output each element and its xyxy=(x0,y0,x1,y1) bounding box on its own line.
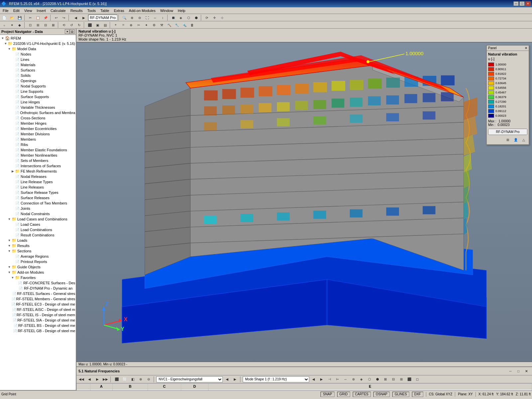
menu-item-extras[interactable]: Extras xyxy=(112,8,126,13)
tree-item-materials[interactable]: 📄Materials xyxy=(0,62,76,67)
bt-mode-last[interactable]: ⊢ xyxy=(334,376,341,383)
tb-icon3[interactable]: 🔍 xyxy=(121,14,128,21)
tb2-icon7[interactable]: ⊠ xyxy=(50,22,57,28)
tb-icon4[interactable]: ⊕ xyxy=(128,14,136,21)
tree-item-cross-sections[interactable]: 📄Cross-Sections xyxy=(0,115,76,121)
open-btn[interactable]: 📂 xyxy=(8,14,16,21)
undo-btn[interactable]: ↩ xyxy=(53,14,60,21)
tree-item-openings[interactable]: 📄Openings xyxy=(0,78,76,83)
bt-icon-extra1[interactable]: ↔ xyxy=(342,376,349,383)
bt-icon9[interactable]: ⊖ xyxy=(145,376,152,383)
tb2-icon3[interactable]: ◆ xyxy=(16,22,23,28)
menu-item-calculate[interactable]: Calculate xyxy=(49,8,68,13)
tree-item-surfaces[interactable]: 📄Surfaces xyxy=(0,67,76,73)
tree-item-nodal-releases[interactable]: 📄Nodal Releases xyxy=(0,174,76,179)
tree-item-members[interactable]: 📄Members xyxy=(0,137,76,142)
tree-item-model-data[interactable]: ▼📁Model Data xyxy=(0,46,76,52)
nvc-dropdown[interactable]: NVC1 - Eigenschwingungsfall xyxy=(156,376,223,382)
cp-person-btn[interactable]: 👤 xyxy=(512,136,519,143)
tree-item-surface-supports[interactable]: 📄Surface Supports xyxy=(0,94,76,99)
menu-item-results[interactable]: Results xyxy=(68,8,85,13)
maximize-btn[interactable]: □ xyxy=(519,1,525,6)
bt-icon-extra6[interactable]: ⊠ xyxy=(382,376,389,383)
tree-item-results[interactable]: ▼📁Results xyxy=(0,243,76,248)
bt-icon8[interactable]: ⊕ xyxy=(137,376,144,383)
tb-icon9[interactable]: 🔳 xyxy=(170,14,177,21)
tb-icon1[interactable]: ◀ xyxy=(72,14,79,21)
menu-item-insert[interactable]: Insert xyxy=(35,8,48,13)
tree-item-surface-release-types[interactable]: 📄Surface Release Types xyxy=(0,190,76,195)
menu-item-file[interactable]: File xyxy=(1,8,11,13)
tb2-icon6[interactable]: ⊟ xyxy=(42,22,49,28)
bh-btn3[interactable]: ✕ xyxy=(523,368,530,374)
viewport-canvas[interactable]: X Y Z 1.00000 xyxy=(76,42,532,362)
snap-btn[interactable]: SNAP xyxy=(321,392,334,397)
tree-item-rf-steel-surfaces[interactable]: 📄RF-STEEL Surfaces - General stres xyxy=(0,291,76,296)
tree-item-load-combinations[interactable]: 📄Load Combinations xyxy=(0,227,76,232)
tree-item-nodal-supports[interactable]: 📄Nodal Supports xyxy=(0,83,76,89)
menu-item-help[interactable]: Help xyxy=(176,8,188,13)
tree-item-load-cases-comb[interactable]: ▼📁Load Cases and Combinations xyxy=(0,216,76,222)
bt-icon-extra5[interactable]: ⬢ xyxy=(374,376,381,383)
bt-arrow-left[interactable]: ◀ xyxy=(223,376,231,383)
new-btn[interactable]: 📄 xyxy=(1,14,8,21)
tree-item-guide-objects[interactable]: ▼📁Guide Objects xyxy=(0,264,76,270)
bt-icon-extra10[interactable]: ◻ xyxy=(414,376,421,383)
tree-item-line-releases[interactable]: 📄Line Releases xyxy=(0,185,76,190)
bt-icon5[interactable]: ⬛ xyxy=(113,376,120,383)
bt-mode-first[interactable]: ⊣ xyxy=(326,376,333,383)
tree-item-add-on-modules[interactable]: ▼📁Add-on Modules xyxy=(0,270,76,275)
tree-item-nodes[interactable]: 📄Nodes xyxy=(0,52,76,57)
tree-item-member-eccentricities[interactable]: 📄Member Eccentricities xyxy=(0,126,76,131)
tree-item-variable-thicknesses[interactable]: 📄Variable Thicknesses xyxy=(0,105,76,110)
tb2-icon18[interactable]: ✦ xyxy=(143,22,150,28)
tree-item-sets-of-members[interactable]: 📄Sets of Members xyxy=(0,158,76,163)
tree-item-rfem[interactable]: ▼🏠RFEM xyxy=(0,36,76,41)
tree-item-nodal-constraints[interactable]: 📄Nodal Constraints xyxy=(0,211,76,216)
tree-item-line-release-types[interactable]: 📄Line Release Types xyxy=(0,179,76,185)
tb2-icon5[interactable]: ⊞ xyxy=(34,22,42,28)
dxf-btn[interactable]: DXF xyxy=(412,392,423,397)
osnap-btn[interactable]: OSNAP xyxy=(373,392,390,397)
tb-rotate[interactable]: ⟳ xyxy=(203,14,210,21)
tb-icon5[interactable]: ⊖ xyxy=(136,14,143,21)
rf-dynam-btn[interactable]: RF-DYNAM Pro xyxy=(488,129,527,135)
tb2-icon17[interactable]: ✂ xyxy=(135,22,142,28)
tree-item-rf-steel-sia[interactable]: 📄RF-STEEL SIA - Design of steel me xyxy=(0,318,76,323)
tree-item-load-cases[interactable]: 📄Load Cases xyxy=(0,222,76,227)
tb2-icon11[interactable]: ⬛ xyxy=(86,22,93,28)
menu-item-edit[interactable]: Edit xyxy=(11,8,22,13)
copy-btn[interactable]: 📋 xyxy=(34,14,42,21)
menu-item-add-on modules[interactable]: Add-on Modules xyxy=(127,8,158,13)
tree-item-member-divisions[interactable]: 📄Member Divisions xyxy=(0,131,76,137)
tb-icon10[interactable]: ◈ xyxy=(177,14,185,21)
bt-icon-extra8[interactable]: ⊞ xyxy=(398,376,405,383)
tree-item-fe-mesh[interactable]: ▶📁FE Mesh Refinements xyxy=(0,169,76,174)
tb-icon6[interactable]: ⛶ xyxy=(144,14,151,21)
tree-item-member-elastic[interactable]: 📄Member Elastic Foundations xyxy=(0,147,76,153)
tree-item-line-supports[interactable]: 📄Line Supports xyxy=(0,89,76,94)
panel-close-btn[interactable]: ✕ xyxy=(65,29,69,34)
save-btn[interactable]: 💾 xyxy=(16,14,23,21)
tb2-icon20[interactable]: ⚒ xyxy=(158,22,165,28)
menu-item-table[interactable]: Table xyxy=(98,8,111,13)
tree-item-favorites[interactable]: ▼📁Favorites xyxy=(0,275,76,280)
tree-item-rf-steel-gb[interactable]: 📄RF-STEEL GB - Design of steel me xyxy=(0,328,76,333)
tree-item-intersections[interactable]: 📄Intersections of Surfaces xyxy=(0,163,76,169)
cp-grid-btn[interactable]: ⊞ xyxy=(504,136,511,143)
mode-dropdown[interactable]: Mode Shape 1 (f : 1.219 Hz) xyxy=(243,376,309,382)
tb2-icon2[interactable]: ✦ xyxy=(8,22,16,28)
tree-item-lines[interactable]: 📄Lines xyxy=(0,57,76,62)
tree-item-rf-concrete[interactable]: 📄RF-CONCRETE Surfaces - Des xyxy=(0,280,76,286)
tree-item-rf-steel-members[interactable]: 📄RF-STEEL Members - General stres xyxy=(0,296,76,302)
tb-icon8[interactable]: ↕ xyxy=(159,14,166,21)
bt-icon1[interactable]: ◀◀ xyxy=(78,376,85,383)
tb2-icon4[interactable]: ⊡ xyxy=(27,22,34,28)
tree-item-solids[interactable]: 📄Solids xyxy=(0,73,76,78)
tb-move[interactable]: ✛ xyxy=(211,14,218,21)
tree-item-member-nonlinearities[interactable]: 📄Member Nonlinearities xyxy=(0,153,76,158)
tb-icon12[interactable]: ⬢ xyxy=(193,14,200,21)
bt-icon-extra2[interactable]: ⊛ xyxy=(350,376,357,383)
tb2-icon8[interactable]: ⟲ xyxy=(60,22,67,28)
tree-item-loads[interactable]: ▼📁Loads xyxy=(0,238,76,243)
